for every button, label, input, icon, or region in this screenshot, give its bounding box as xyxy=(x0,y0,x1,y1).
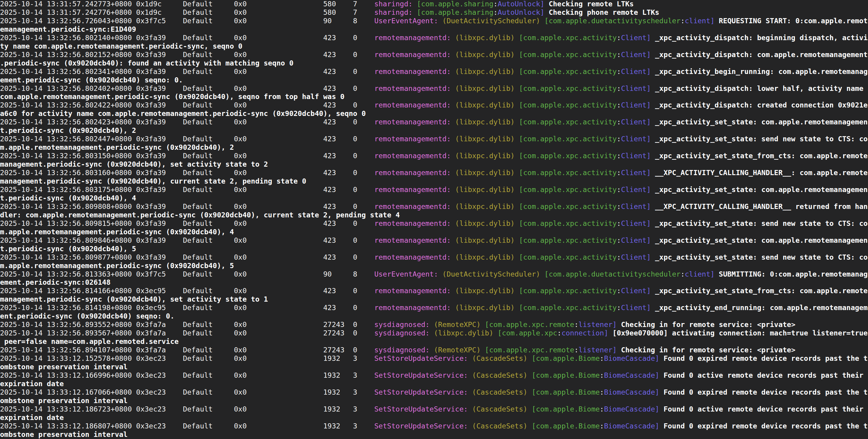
log-segment-metadata-default-text: 2025-10-14 13:32:56.803150+0800 0x3fa39 … xyxy=(0,151,374,160)
log-segment-event-message-text: ombstone preservation interval xyxy=(0,363,128,371)
log-line: 2025-10-14 13:32:56.803160+0800 0x3fa39 … xyxy=(0,169,868,177)
log-segment-library-name: (DuetActivityScheduler) xyxy=(442,16,545,25)
log-line: ombstone preservation interval xyxy=(0,363,868,371)
log-line: 2025-10-14 13:31:57.242773+0800 0x1d9c D… xyxy=(0,0,868,8)
log-line: 2025-10-14 13:33:12.152578+0800 0x3ec23 … xyxy=(0,354,868,363)
log-segment-event-message-text: _xpc_activity_end_running: com.apple.rem… xyxy=(651,303,868,312)
log-segment-metadata-default-text: : xyxy=(617,303,621,312)
log-segment-process-name: remotemanagementd: xyxy=(374,253,455,262)
log-segment-process-name: remotemanagementd: xyxy=(374,151,455,160)
log-segment-event-message-text: ombstone preservation interval xyxy=(0,430,128,439)
log-segment-library-name: (RemoteXPC) xyxy=(434,320,485,329)
log-line: 2025-10-14 13:33:12.167066+0800 0x3ec23 … xyxy=(0,388,868,397)
log-line: 2025-10-14 13:33:12.186723+0800 0x3ec23 … xyxy=(0,405,868,414)
log-segment-category: listener] xyxy=(579,346,617,354)
log-segment-event-message-text: ement.periodic-sync (0x9020dcb40) seqno:… xyxy=(0,76,183,84)
log-segment-metadata-default-text: 2025-10-14 13:31:57.242773+0800 0x1d9c D… xyxy=(0,0,374,8)
log-segment-event-message-text: _xpc_activity_set_state_from_cts: com.ap… xyxy=(651,286,868,295)
log-segment-category: Client] xyxy=(621,253,651,262)
log-segment-subsystem: [com.apple.xpc.activity xyxy=(519,84,617,93)
log-segment-library-name: (libxpc.dylib) xyxy=(455,101,519,109)
log-line: ement.periodic-sync:026148 xyxy=(0,278,868,287)
log-line: 2025-10-14 13:32:56.809815+0800 0x3fa39 … xyxy=(0,220,868,228)
log-segment-metadata-default-text: 2025-10-14 13:32:56.813363+0800 0x3f7c5 … xyxy=(0,270,374,278)
log-line: 2025-10-14 13:32:56.814198+0800 0x3ec95 … xyxy=(0,304,868,312)
log-segment-process-name: SetStoreUpdateService: xyxy=(374,405,472,413)
log-segment-subsystem: [com.apple.sharing xyxy=(417,8,493,16)
terminal-output[interactable]: 2025-10-14 13:31:57.242773+0800 0x1d9c D… xyxy=(0,0,868,439)
log-segment-metadata-default-text: : xyxy=(617,219,621,228)
log-segment-metadata-default-text: 2025-10-14 13:33:12.186723+0800 0x3ec23 … xyxy=(0,405,374,413)
log-segment-metadata-default-text: : xyxy=(617,185,621,194)
log-segment-event-message-text: com.apple.remotemanagement.periodic-sync… xyxy=(0,92,345,101)
log-segment-metadata-default-text: : xyxy=(681,270,685,278)
log-segment-metadata-default-text: 2025-10-14 13:32:56.809815+0800 0x3fa39 … xyxy=(0,219,374,228)
log-line: management.periodic-sync (0x9020dcb40), … xyxy=(0,160,868,169)
log-segment-event-message-text: _xpc_activity_dispatch: beginning dispat… xyxy=(651,34,868,42)
log-segment-metadata-default-text: 2025-10-14 13:31:57.242776+0800 0x1d9c D… xyxy=(0,8,374,16)
log-segment-metadata-default-text: : xyxy=(617,135,621,143)
log-segment-event-message-text: Checking in for remote service: <private… xyxy=(617,320,796,329)
log-segment-event-message-text: emanagement.periodic-sync:E1D409 xyxy=(0,25,136,34)
log-segment-category: Client] xyxy=(621,151,651,160)
log-line: ombstone preservation interval xyxy=(0,397,868,405)
log-line: 2025-10-14 13:32:56.813363+0800 0x3f7c5 … xyxy=(0,270,868,279)
log-segment-library-name: (libxpc.dylib) xyxy=(455,135,519,143)
log-segment-library-name: (libxpc.dylib) xyxy=(434,329,497,337)
log-segment-library-name: (libxpc.dylib) xyxy=(455,118,519,126)
log-segment-metadata-default-text: 2025-10-14 13:32:56.803160+0800 0x3fa39 … xyxy=(0,168,374,177)
log-segment-event-message-text: m.apple.remotemanagement.periodic-sync (… xyxy=(0,143,234,151)
log-segment-event-message-text: management.periodic-sync (0x9020dcb40), … xyxy=(0,177,306,185)
log-line: ty name com.apple.remotemanagement.perio… xyxy=(0,42,868,51)
log-line: 2025-10-14 13:32:56.802402+0800 0x3fa39 … xyxy=(0,85,868,93)
log-line: 2025-10-14 13:32:56.802422+0800 0x3fa39 … xyxy=(0,101,868,110)
log-segment-metadata-default-text: : xyxy=(600,405,604,413)
log-segment-event-message-text: Checking remote LTKs xyxy=(544,0,634,8)
log-segment-event-message-text: _xpc_activity_dispatch: com.apple.remote… xyxy=(651,50,868,59)
log-line: emanagement.periodic-sync:E1D409 xyxy=(0,25,868,34)
log-segment-event-message-text: peer=false name=com.apple.remoted.servic… xyxy=(0,337,179,346)
log-segment-event-message-text: ement.periodic-sync:026148 xyxy=(0,278,111,286)
log-segment-metadata-default-text: 2025-10-14 13:32:56.802447+0800 0x3fa39 … xyxy=(0,135,374,143)
log-segment-event-message-text: _xpc_activity_dispatch: created connecti… xyxy=(651,101,868,109)
log-segment-category: BiomeCascade] xyxy=(604,371,659,379)
log-segment-metadata-default-text: : xyxy=(617,151,621,160)
log-segment-process-name: UserEventAgent: xyxy=(374,16,442,25)
log-segment-subsystem: [com.apple.xpc xyxy=(498,329,557,337)
log-segment-metadata-default-text: : xyxy=(600,388,604,397)
log-segment-library-name: (libxpc.dylib) xyxy=(455,303,519,312)
log-segment-subsystem: [com.apple.sharing xyxy=(417,0,493,8)
log-segment-library-name: (libxpc.dylib) xyxy=(455,219,519,228)
log-segment-metadata-default-text: : xyxy=(681,16,685,25)
log-segment-category: Client] xyxy=(621,219,651,228)
log-line: 2025-10-14 13:32:56.894107+0800 0x3fa7a … xyxy=(0,346,868,354)
log-segment-metadata-default-text: 2025-10-14 13:32:56.726043+0800 0x3f7c5 … xyxy=(0,16,374,25)
log-segment-event-message-text: _xpc_activity_set_state: send new state … xyxy=(651,135,868,143)
log-segment-metadata-default-text: : xyxy=(617,286,621,295)
log-segment-process-name: remotemanagementd: xyxy=(374,286,455,295)
log-segment-subsystem: [com.apple.duetactivityscheduler xyxy=(544,270,680,278)
log-segment-metadata-default-text: : xyxy=(600,354,604,363)
log-segment-event-message-text: m.apple.remotemanagement.periodic-sync (… xyxy=(0,262,234,270)
log-segment-metadata-default-text: 2025-10-14 13:32:56.803175+0800 0x3fa39 … xyxy=(0,185,374,194)
log-segment-process-name: sysdiagnosed: xyxy=(374,329,434,337)
log-segment-subsystem: [com.apple.Biome xyxy=(532,388,600,397)
log-segment-process-name: sharingd: xyxy=(374,0,417,8)
log-segment-event-message-text: expiration date xyxy=(0,379,64,388)
log-segment-event-message-text: t.periodic-sync (0x9020dcb40), 2 xyxy=(0,126,136,135)
log-line: 2025-10-14 13:32:56.726043+0800 0x3f7c5 … xyxy=(0,17,868,25)
log-segment-subsystem: [com.apple.xpc.activity xyxy=(519,219,617,228)
log-segment-library-name: (libxpc.dylib) xyxy=(455,84,519,93)
log-segment-process-name: SetStoreUpdateService: xyxy=(374,371,472,379)
log-segment-metadata-default-text: : xyxy=(493,8,497,16)
log-segment-metadata-default-text: : xyxy=(617,67,621,76)
log-segment-event-message-text: t.periodic-sync (0x9020dcb40), 4 xyxy=(0,194,136,202)
log-segment-category: BiomeCascade] xyxy=(604,354,659,363)
log-line: 2025-10-14 13:32:56.809846+0800 0x3fa39 … xyxy=(0,236,868,245)
log-segment-event-message-text: ent.periodic-sync (0x9020dcb40) seqno: 0… xyxy=(0,312,175,320)
log-line: com.apple.remotemanagement.periodic-sync… xyxy=(0,93,868,101)
log-segment-event-message-text: _xpc_activity_set_state: send new state … xyxy=(651,219,868,228)
log-segment-process-name: remotemanagementd: xyxy=(374,118,455,126)
log-segment-subsystem: [com.apple.xpc.activity xyxy=(519,118,617,126)
log-segment-category: connection] xyxy=(562,329,609,337)
